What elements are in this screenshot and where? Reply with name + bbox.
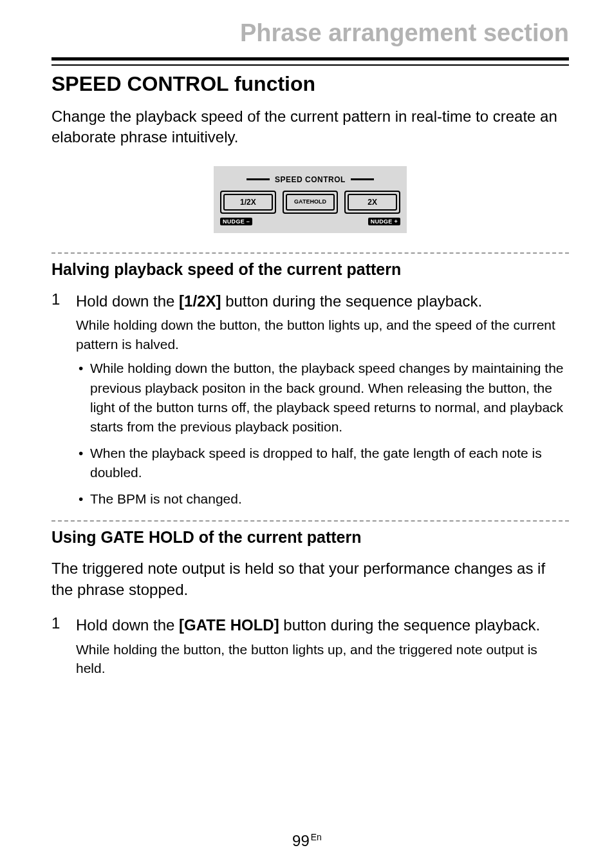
sub1-step1-text: Hold down the [1/2X] button during the s… bbox=[76, 290, 482, 312]
section-intro: Change the playback speed of the current… bbox=[51, 106, 569, 148]
gate-hold-label: GATEHOLD bbox=[286, 194, 335, 211]
sub1-bullet-2: When the playback speed is dropped to ha… bbox=[76, 444, 569, 483]
dashed-rule-1 bbox=[51, 252, 569, 254]
double-speed-button: 2X bbox=[344, 191, 400, 214]
half-speed-button: 1/2X bbox=[220, 191, 276, 214]
sub2-step1-text: Hold down the [GATE HOLD] button during … bbox=[76, 614, 540, 636]
page: Phrase arrangement section SPEED CONTROL… bbox=[0, 0, 614, 868]
panel-title: SPEED CONTROL bbox=[275, 175, 346, 184]
half-speed-label: 1/2X bbox=[223, 194, 273, 211]
subsection-2-title: Using GATE HOLD of the current pattern bbox=[51, 528, 569, 547]
sub2-step1: 1 Hold down the [GATE HOLD] button durin… bbox=[51, 614, 569, 636]
double-speed-label: 2X bbox=[348, 194, 397, 211]
nudge-minus-label: NUDGE – bbox=[220, 218, 252, 225]
sub1-step1: 1 Hold down the [1/2X] button during the… bbox=[51, 290, 569, 312]
dashed-rule-2 bbox=[51, 520, 569, 522]
chapter-title: Phrase arrangement section bbox=[51, 19, 569, 47]
subsection-1-title: Halving playback speed of the current pa… bbox=[51, 260, 569, 279]
sub1-bullets: While holding down the button, the playb… bbox=[76, 359, 569, 509]
nudge-plus-label: NUDGE + bbox=[368, 218, 400, 225]
page-number: 99 bbox=[292, 832, 310, 849]
sub2-intro: The triggered note output is held so tha… bbox=[51, 558, 569, 600]
panel-wrap: SPEED CONTROL 1/2X GATEHOLD 2X NUDGE – N… bbox=[51, 166, 569, 233]
gate-hold-button: GATEHOLD bbox=[283, 191, 339, 214]
panel-title-row: SPEED CONTROL bbox=[220, 175, 400, 184]
panel-bar-left bbox=[247, 178, 270, 180]
page-lang: En bbox=[311, 832, 322, 842]
speed-control-panel: SPEED CONTROL 1/2X GATEHOLD 2X NUDGE – N… bbox=[214, 166, 407, 233]
sub1-step1-num: 1 bbox=[51, 290, 64, 312]
rule-thick bbox=[51, 57, 569, 61]
nudge-row: NUDGE – NUDGE + bbox=[220, 218, 400, 225]
panel-bar-right bbox=[351, 178, 374, 180]
sub2-step1-sub: While holding the button, the button lig… bbox=[76, 640, 569, 678]
page-footer: 99En bbox=[0, 832, 614, 850]
sub1-bullet-1: While holding down the button, the playb… bbox=[76, 359, 569, 437]
sub1-step1-sub: While holding down the button, the butto… bbox=[76, 316, 569, 354]
section-title: SPEED CONTROL function bbox=[51, 72, 569, 96]
sub1-bullet-3: The BPM is not changed. bbox=[76, 489, 569, 509]
sub2-step1-num: 1 bbox=[51, 614, 64, 636]
panel-button-row: 1/2X GATEHOLD 2X bbox=[220, 191, 400, 214]
rule-thin bbox=[51, 64, 569, 66]
